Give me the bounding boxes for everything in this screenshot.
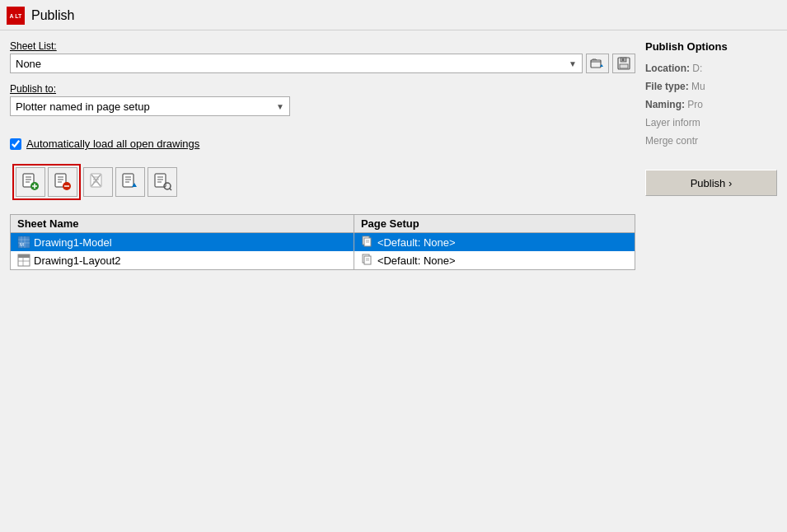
table-row[interactable]: M Drawing1-Model: [11, 233, 635, 252]
app-logo: A LT: [7, 7, 25, 25]
sheet-name-cell: Drawing1-Layout2: [11, 251, 354, 270]
page-setup-icon-1: [361, 254, 374, 267]
publish-to-section: Publish to: Plotter named in page setup …: [10, 83, 635, 116]
publish-to-dropdown-arrow: ▼: [276, 102, 284, 111]
svg-rect-3: [620, 64, 628, 68]
location-label: Location:: [645, 63, 690, 74]
location-value: D:: [692, 63, 702, 74]
layer-row: Layer inform: [645, 117, 777, 128]
preview-icon: [152, 172, 172, 192]
merge-row: Merge contr: [645, 135, 777, 147]
sheet-toolbar: [10, 161, 635, 203]
sheet-list-section: Sheet List: None ▼: [10, 40, 635, 78]
svg-rect-45: [18, 254, 30, 258]
remove-sheet-icon: [53, 172, 73, 192]
add-sheet-button[interactable]: [16, 167, 45, 197]
move-up-icon: [88, 172, 108, 192]
svg-rect-24: [123, 174, 134, 187]
col-sheet-name: Sheet Name: [11, 215, 354, 233]
svg-rect-0: [591, 60, 601, 68]
add-sheet-icon: [21, 172, 40, 192]
auto-load-label: Automatically load all open drawings: [26, 138, 199, 150]
filetype-value: Mu: [691, 81, 705, 92]
publish-options-title: Publish Options: [645, 40, 777, 53]
location-row: Location: D:: [645, 63, 777, 74]
publish-to-dropdown[interactable]: Plotter named in page setup ▼: [10, 96, 290, 116]
save-icon: [616, 56, 631, 71]
col-page-setup: Page Setup: [354, 215, 635, 233]
left-panel: Sheet List: None ▼: [10, 40, 635, 522]
layout-sheet-icon: [17, 254, 30, 267]
content-area: Sheet List: None ▼: [0, 30, 787, 532]
publish-dialog: A LT Publish Sheet List: None ▼: [0, 0, 787, 532]
load-sheet-list-button[interactable]: [586, 54, 609, 73]
move-down-icon: [120, 172, 140, 192]
right-panel: Publish Options Location: D: File type: …: [645, 40, 777, 522]
title-bar: A LT Publish: [0, 0, 787, 30]
move-down-button[interactable]: [115, 167, 145, 197]
sheet-table: Sheet Name Page Setup: [10, 214, 635, 270]
naming-row: Naming: Pro: [645, 99, 777, 110]
sheet-list-label: Sheet List:: [10, 40, 635, 52]
auto-load-checkbox[interactable]: [10, 138, 21, 150]
svg-rect-4: [622, 58, 624, 61]
sheet-actions-group: [83, 167, 177, 197]
remove-sheet-button[interactable]: [48, 167, 77, 197]
naming-value: Pro: [687, 99, 703, 110]
dialog-title: Publish: [31, 8, 74, 23]
sheet-list-row: None ▼: [10, 54, 635, 73]
save-sheet-list-button[interactable]: [612, 54, 635, 73]
load-icon: [590, 56, 605, 71]
merge-label: Merge contr: [645, 135, 698, 147]
model-sheet-icon: M: [17, 236, 30, 249]
preview-button[interactable]: [148, 167, 177, 197]
filetype-label: File type:: [645, 81, 689, 92]
publish-button[interactable]: Publish ›: [645, 170, 777, 196]
page-setup-cell: <Default: None>: [354, 251, 635, 270]
layer-label: Layer inform: [645, 117, 700, 128]
auto-load-checkbox-row: Automatically load all open drawings: [10, 138, 635, 150]
page-setup-cell: <Default: None>: [354, 233, 635, 252]
add-remove-group: [12, 164, 81, 200]
sheet-list-dropdown[interactable]: None ▼: [10, 54, 583, 73]
svg-line-33: [170, 189, 171, 190]
naming-label: Naming:: [645, 99, 685, 110]
table-row[interactable]: Drawing1-Layout2: [11, 251, 635, 270]
publish-to-label: Publish to:: [10, 83, 635, 95]
page-setup-icon-0: [361, 236, 374, 249]
move-up-button[interactable]: [83, 167, 113, 197]
svg-text:M: M: [20, 242, 24, 247]
sheet-name-cell: M Drawing1-Model: [11, 233, 354, 252]
sheet-list-dropdown-arrow: ▼: [569, 59, 577, 68]
filetype-row: File type: Mu: [645, 81, 777, 92]
